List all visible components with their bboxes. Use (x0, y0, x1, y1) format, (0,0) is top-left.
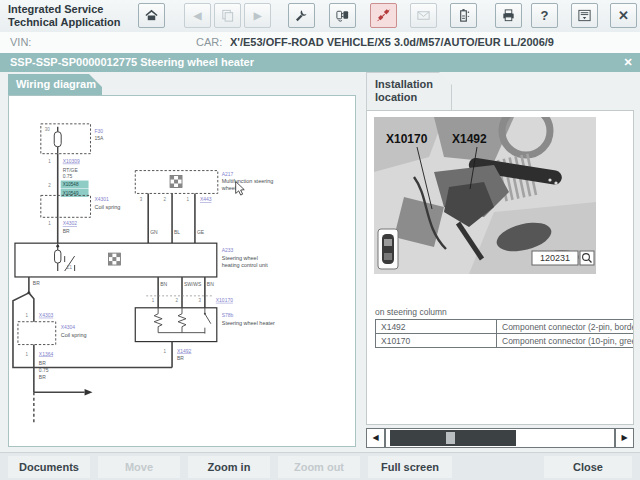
scrollbar-thumb[interactable] (390, 430, 516, 446)
forward-button[interactable]: ▶ (244, 3, 271, 28)
connector-link[interactable]: X10170 (216, 298, 233, 303)
connection-status-button[interactable] (370, 3, 397, 28)
magnifier-button[interactable] (580, 251, 594, 265)
tab-installation-line1: Installation (375, 78, 451, 91)
ista-window: Integrated Service Technical Application… (0, 0, 640, 480)
svg-text:Coil spring: Coil spring (61, 332, 87, 338)
document-close-icon[interactable]: ✕ (621, 55, 635, 69)
back-button[interactable]: ◀ (184, 3, 211, 28)
svg-text:Steering wheel: Steering wheel (222, 255, 258, 261)
svg-text:F30: F30 (95, 129, 104, 134)
car-position-icon (378, 229, 398, 269)
app-title-line2: Technical Application (8, 16, 120, 29)
svg-text:1: 1 (152, 298, 155, 303)
mail-button[interactable] (410, 3, 437, 28)
print-button[interactable] (495, 3, 522, 28)
interface-device-button[interactable] (329, 3, 356, 28)
svg-text:0.75: 0.75 (63, 174, 73, 179)
window-collapse-icon (577, 8, 592, 23)
car-value: X'/E53/OFF-ROAD VEHICLE/X5 3.0d/M57/AUTO… (230, 36, 554, 48)
scrollbar-track[interactable] (385, 428, 615, 448)
scroll-left-button[interactable]: ◀ (366, 428, 385, 448)
svg-text:SW/WS: SW/WS (184, 282, 202, 287)
svg-text:1: 1 (164, 349, 167, 354)
svg-text:2: 2 (48, 183, 51, 188)
highlighted-connector-links[interactable]: X10548 X10549 2 (48, 181, 88, 197)
settings-button[interactable] (288, 3, 315, 28)
coil-spring-box-upper: X4301 Coil spring (41, 195, 120, 217)
photo-label-x1492: X1492 (452, 132, 487, 146)
connector-link[interactable]: X4302 (63, 221, 78, 226)
documents-button[interactable]: Documents (8, 456, 90, 478)
table-row[interactable]: X1492 Component connector (2-pin, bordea… (376, 320, 635, 334)
home-button[interactable] (138, 3, 165, 28)
svg-text:X443: X443 (200, 197, 212, 202)
documents-stack-button[interactable] (214, 3, 241, 28)
wiring-diagram: 30 F30 15A 1 X10309 RT/GE 0.75 X10548 X1… (9, 96, 355, 446)
tab-wiring-diagram[interactable]: Wiring diagram (8, 74, 102, 95)
svg-text:1: 1 (186, 197, 189, 202)
svg-text:heating control unit: heating control unit (222, 262, 269, 268)
svg-text:3: 3 (140, 197, 143, 202)
connector-link[interactable]: X10309 (63, 159, 80, 164)
full-screen-button[interactable]: Full screen (368, 456, 452, 478)
wiring-diagram-panel[interactable]: 30 F30 15A 1 X10309 RT/GE 0.75 X10548 X1… (8, 95, 356, 447)
mfl-wires: 3 2 1 X443 GN BL GE (140, 193, 212, 243)
ground-chain: BR 1 X4303 X4304 Coil spring 1 X1364 BR … (18, 277, 93, 422)
move-button[interactable]: Move (98, 456, 180, 478)
app-title-line1: Integrated Service (8, 3, 120, 16)
control-unit-box: Z1 A233 Steering wheel heating control u… (15, 243, 268, 277)
svg-text:wheel: wheel (221, 185, 236, 191)
svg-text:X1364: X1364 (39, 352, 54, 357)
tab-installation-location[interactable]: Installation location (366, 72, 452, 110)
battery-icon (456, 8, 471, 23)
steering-wheel-heater-box: S78b Steering wheel heater (135, 308, 275, 342)
zoom-in-button[interactable]: Zoom in (188, 456, 270, 478)
vin-label: VIN: (10, 36, 31, 48)
svg-text:0.75: 0.75 (39, 368, 49, 373)
forward-arrow-icon: ▶ (254, 11, 262, 21)
close-button[interactable]: Close (544, 456, 632, 478)
app-title: Integrated Service Technical Application (8, 3, 120, 29)
svg-text:15A: 15A (95, 136, 105, 141)
back-arrow-icon: ◀ (194, 11, 202, 21)
svg-text:BR: BR (33, 281, 40, 286)
svg-text:BN: BN (160, 282, 167, 287)
horizontal-scrollbar[interactable]: ◀ ▶ (366, 428, 634, 448)
installation-photo[interactable]: X10170 X1492 120231 (374, 117, 596, 274)
svg-text:BR: BR (39, 375, 46, 380)
svg-text:BR: BR (63, 229, 70, 234)
multifunction-steering-wheel-box: A217 Multifunction steering wheel (135, 171, 273, 194)
svg-text:X4303: X4303 (39, 313, 54, 318)
svg-text:Steering wheel heater: Steering wheel heater (222, 320, 275, 326)
scroll-right-button[interactable]: ▶ (615, 428, 634, 448)
table-row[interactable]: X10170 Component connector (10-pin, gree… (376, 334, 635, 348)
svg-text:S78b: S78b (222, 313, 234, 318)
connector-code-cell: X10170 (376, 334, 497, 348)
wrench-icon (294, 8, 309, 23)
tab-installation-line2: location (375, 91, 451, 104)
svg-text:2: 2 (176, 298, 179, 303)
documents-stack-icon (220, 8, 235, 23)
footer-bar: Documents Move Zoom in Zoom out Full scr… (0, 452, 640, 480)
car-label: CAR: (196, 36, 222, 48)
interface-device-icon (335, 8, 350, 23)
svg-text:2: 2 (164, 197, 167, 202)
window-collapse-button[interactable] (571, 3, 598, 28)
connector-desc-cell: Component connector (2-pin, bordeaux (497, 320, 635, 334)
app-close-button[interactable]: ✕ (610, 3, 637, 28)
connector-link[interactable]: X1492 (177, 349, 192, 354)
connector-code-cell: X1492 (376, 320, 497, 334)
battery-button[interactable] (450, 3, 477, 28)
svg-text:X4301: X4301 (95, 197, 110, 202)
image-number-box: 120231 (532, 251, 578, 265)
image-number: 120231 (540, 253, 570, 263)
fuse-box: 30 F30 15A (41, 124, 104, 154)
close-icon: ✕ (618, 9, 629, 22)
zoom-out-button[interactable]: Zoom out (278, 456, 360, 478)
help-button[interactable]: ? (531, 3, 558, 28)
svg-text:Multifunction steering: Multifunction steering (222, 179, 274, 185)
scroll-left-icon: ◀ (372, 433, 378, 442)
connector-plug-icon (376, 8, 391, 23)
svg-text:A233: A233 (222, 248, 234, 253)
